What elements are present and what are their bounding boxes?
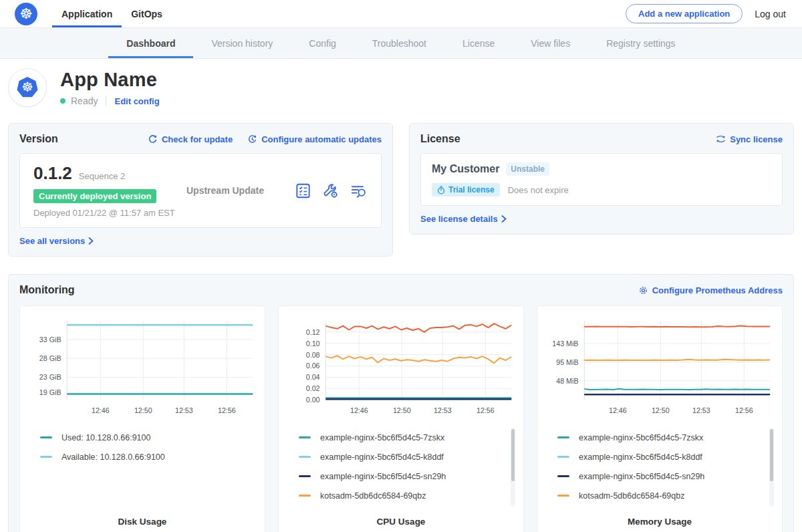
svg-text:48 MiB: 48 MiB [556, 377, 578, 385]
svg-text:12:46: 12:46 [609, 406, 627, 414]
chart-title: CPU Usage [285, 517, 517, 527]
legend-scrollbar[interactable] [769, 428, 774, 507]
disk-usage-chart-card: 19 GiB23 GiB28 GiB33 GiB12:4612:5012:531… [19, 305, 265, 532]
legend-item: example-nginx-5bc6f5d4c5-7zskx [299, 428, 517, 447]
svg-text:12:53: 12:53 [692, 406, 710, 414]
subnav-tab-registry-settings[interactable]: Registry settings [588, 28, 693, 58]
legend-color-dash [40, 436, 52, 438]
svg-text:0.02: 0.02 [306, 384, 320, 392]
legend-label: Used: 10.128.0.66:9100 [61, 433, 150, 442]
legend-item: kotsadm-5db6dc6584-69qbz [299, 486, 517, 505]
chevron-right-icon [501, 215, 507, 223]
see-all-versions-link[interactable]: See all versions [19, 236, 94, 246]
legend-item: example-nginx-5bc6f5d4c5-k8ddf [299, 447, 517, 467]
subnav-tab-config[interactable]: Config [291, 28, 354, 58]
topnav-tab-gitops[interactable]: GitOps [122, 0, 172, 27]
edit-config-link[interactable]: Edit config [114, 96, 159, 106]
legend-color-dash [299, 475, 311, 477]
top-navbar: ☸ ApplicationGitOps Add a new applicatio… [0, 0, 802, 28]
subnav-tab-view-files[interactable]: View files [513, 28, 588, 58]
config-wrench-icon[interactable] [322, 182, 339, 199]
legend-item: kotsadm-5db6dc6584-69qbz [557, 486, 775, 505]
trial-license-badge: Trial license [432, 183, 500, 196]
legend-label: example-nginx-5bc6f5d4c5-k8ddf [320, 452, 444, 462]
logout-link[interactable]: Log out [755, 9, 786, 19]
svg-text:☸: ☸ [21, 80, 33, 94]
sync-icon [716, 134, 726, 144]
svg-text:143 MiB: 143 MiB [552, 339, 578, 347]
kubernetes-logo-icon: ☸ [15, 3, 37, 25]
configure-prometheus-link[interactable]: Configure Prometheus Address [638, 285, 783, 295]
see-license-details-link[interactable]: See license details [420, 214, 507, 224]
legend-color-dash [40, 456, 52, 458]
divider [106, 96, 106, 106]
cpu-usage-chart: 0.000.020.040.060.080.100.1212:4612:5012… [285, 315, 517, 421]
currently-deployed-badge: Currently deployed version [33, 189, 156, 203]
status-dot [60, 98, 65, 104]
deployed-timestamp: Deployed 01/21/22 @ 11:57 am EST [33, 208, 177, 218]
legend-label: example-nginx-5bc6f5d4c5-sn29h [579, 472, 704, 481]
monitoring-section: Monitoring Configure Prometheus Address … [8, 274, 794, 532]
status-text: Ready [71, 96, 98, 106]
legend-label: kotsadm-5db6dc6584-69qbz [579, 491, 684, 501]
legend-color-dash [557, 475, 569, 477]
svg-text:12:46: 12:46 [350, 406, 368, 414]
legend-item: example-nginx-5bc6f5d4c5-sn29h [557, 467, 775, 486]
memory-usage-chart: 48 MiB95 MiB143 MiB12:4612:5012:5312:56 [544, 315, 775, 421]
legend-item: example-nginx-5bc6f5d4c5-7zskx [557, 428, 775, 447]
app-header: ☸ App Name Ready Edit config [0, 59, 802, 118]
legend-label: example-nginx-5bc6f5d4c5-7zskx [579, 433, 703, 442]
svg-text:12:50: 12:50 [652, 406, 670, 414]
svg-text:12:53: 12:53 [175, 406, 193, 414]
version-card-title: Version [19, 133, 58, 145]
svg-text:12:53: 12:53 [434, 406, 452, 414]
stopwatch-icon [437, 186, 445, 194]
legend-item: example-nginx-5bc6f5d4c5-sn29h [299, 467, 517, 486]
svg-text:28 GiB: 28 GiB [39, 354, 61, 362]
svg-text:33 GiB: 33 GiB [39, 336, 61, 344]
subnav-tab-dashboard[interactable]: Dashboard [108, 28, 193, 58]
license-card-title: License [420, 133, 460, 145]
sync-license-link[interactable]: Sync license [716, 134, 783, 144]
legend-item: Used: 10.128.0.66:9100 [40, 428, 258, 447]
svg-text:12:56: 12:56 [477, 406, 495, 414]
add-new-application-button[interactable]: Add a new application [626, 4, 743, 23]
legend-label: kotsadm-5db6dc6584-69qbz [320, 491, 426, 501]
svg-text:19 GiB: 19 GiB [39, 388, 61, 396]
gear-icon [638, 285, 648, 295]
channel-badge: Unstable [506, 162, 549, 176]
svg-text:0.00: 0.00 [306, 396, 320, 404]
subnav-tab-license[interactable]: License [444, 28, 513, 58]
legend-label: example-nginx-5bc6f5d4c5-sn29h [320, 472, 446, 481]
svg-text:0.08: 0.08 [306, 350, 320, 358]
legend-item: example-nginx-5bc6f5d4c5-k8ddf [557, 447, 775, 467]
preflight-checks-icon[interactable] [295, 182, 311, 199]
topnav-tab-application[interactable]: Application [52, 0, 122, 27]
topnav-tabs: ApplicationGitOps [52, 0, 172, 27]
legend-scrollbar[interactable] [511, 428, 515, 507]
subnav-tab-troubleshoot[interactable]: Troubleshoot [354, 28, 444, 58]
svg-text:0.12: 0.12 [306, 328, 320, 336]
legend-color-dash [557, 436, 569, 438]
refresh-icon [148, 134, 158, 144]
subnav-tab-version-history[interactable]: Version history [193, 28, 291, 58]
legend-color-dash [299, 456, 311, 458]
legend-label: example-nginx-5bc6f5d4c5-k8ddf [579, 452, 702, 462]
check-for-update-link[interactable]: Check for update [148, 134, 233, 144]
legend-label: Available: 10.128.0.66:9100 [61, 452, 165, 462]
chart-title: Disk Usage [27, 517, 258, 527]
svg-text:12:50: 12:50 [393, 406, 411, 414]
version-card: Version Check for update Configure au [8, 123, 393, 257]
svg-text:12:50: 12:50 [134, 406, 152, 414]
legend-color-dash [299, 495, 311, 497]
chevron-right-icon [88, 237, 94, 245]
app-icon: ☸ [8, 68, 47, 107]
chart-title: Memory Usage [544, 517, 775, 527]
license-card: License Sync license My Customer Unstabl… [409, 123, 794, 235]
diff-view-icon[interactable] [350, 182, 368, 199]
monitoring-title: Monitoring [19, 284, 75, 296]
app-subnav: DashboardVersion historyConfigTroublesho… [0, 28, 802, 59]
version-number: 0.1.2 [33, 163, 72, 184]
cpu-usage-chart-card: 0.000.020.040.060.080.100.1212:4612:5012… [278, 305, 524, 532]
configure-automatic-updates-link[interactable]: Configure automatic updates [247, 134, 382, 144]
